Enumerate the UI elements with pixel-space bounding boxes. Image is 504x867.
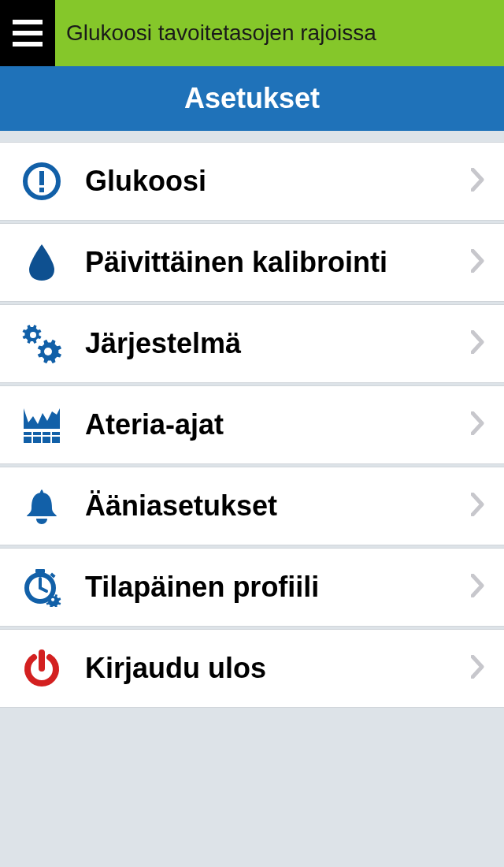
hamburger-menu-button[interactable] — [0, 0, 55, 66]
settings-item-label: Järjestelmä — [85, 327, 471, 360]
settings-item-system[interactable]: Järjestelmä — [0, 304, 504, 383]
settings-item-label: Kirjaudu ulos — [85, 652, 471, 685]
hamburger-icon — [13, 42, 43, 47]
svg-point-14 — [51, 598, 54, 601]
bell-icon — [20, 485, 63, 527]
chevron-right-icon — [471, 249, 485, 276]
top-bar: Glukoosi tavoitetasojen rajoissa — [0, 0, 504, 66]
chevron-right-icon — [471, 411, 485, 438]
svg-point-3 — [30, 332, 36, 338]
status-text: Glukoosi tavoitetasojen rajoissa — [66, 20, 376, 46]
page-header: Asetukset — [0, 66, 504, 131]
chevron-right-icon — [471, 655, 485, 682]
settings-item-sound[interactable]: Ääniasetukset — [0, 467, 504, 545]
chevron-right-icon — [471, 574, 485, 601]
svg-rect-1 — [39, 171, 44, 185]
alert-icon — [20, 160, 63, 203]
settings-list: Glukoosi Päivittäinen kalibrointi — [0, 142, 504, 708]
svg-point-4 — [44, 348, 52, 355]
settings-item-label: Päivittäinen kalibrointi — [85, 246, 471, 279]
hamburger-icon — [13, 20, 43, 24]
settings-item-logout[interactable]: Kirjaudu ulos — [0, 629, 504, 708]
settings-item-glucose[interactable]: Glukoosi — [0, 142, 504, 221]
chevron-right-icon — [471, 168, 485, 195]
power-icon — [20, 647, 63, 690]
svg-rect-2 — [39, 188, 44, 192]
settings-item-label: Ateria-ajat — [85, 408, 471, 441]
svg-rect-9 — [50, 432, 52, 443]
svg-rect-8 — [41, 432, 43, 443]
settings-item-label: Ääniasetukset — [85, 489, 471, 523]
stopwatch-icon — [20, 566, 63, 608]
settings-item-meal-times[interactable]: Ateria-ajat — [0, 385, 504, 464]
settings-item-temp-profile[interactable]: Tilapäinen profiili — [0, 548, 504, 627]
settings-item-label: Tilapäinen profiili — [85, 571, 471, 604]
page-title: Asetukset — [184, 82, 320, 115]
svg-rect-7 — [32, 432, 33, 443]
chart-icon — [20, 404, 63, 446]
chevron-right-icon — [471, 330, 485, 357]
chevron-right-icon — [471, 493, 485, 519]
gears-icon — [20, 322, 63, 365]
status-banner: Glukoosi tavoitetasojen rajoissa — [55, 0, 504, 66]
settings-item-calibration[interactable]: Päivittäinen kalibrointi — [0, 223, 504, 302]
drop-icon — [20, 241, 63, 284]
hamburger-icon — [13, 31, 43, 35]
settings-item-label: Glukoosi — [85, 165, 471, 198]
